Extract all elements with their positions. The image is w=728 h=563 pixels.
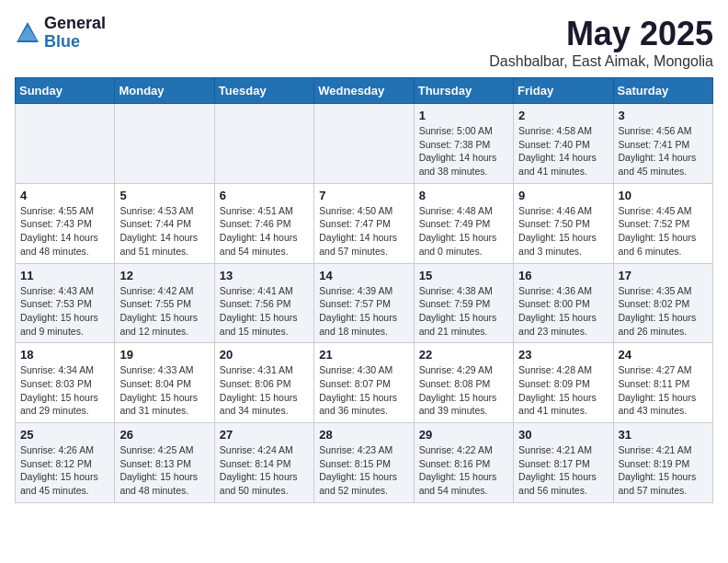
day-number: 12 — [119, 269, 209, 282]
calendar-cell: 27Sunrise: 4:24 AMSunset: 8:14 PMDayligh… — [214, 423, 313, 503]
weekday-header-friday: Friday — [514, 78, 613, 104]
day-number: 3 — [619, 109, 708, 122]
day-number: 29 — [419, 428, 508, 442]
week-row-3: 11Sunrise: 4:43 AMSunset: 7:53 PMDayligh… — [16, 263, 713, 343]
calendar-cell: 15Sunrise: 4:38 AMSunset: 7:59 PMDayligh… — [414, 263, 513, 343]
week-row-2: 4Sunrise: 4:55 AMSunset: 7:43 PMDaylight… — [16, 183, 713, 263]
day-number: 31 — [619, 428, 708, 442]
weekday-header-sunday: Sunday — [16, 78, 115, 104]
day-info: Sunrise: 4:41 AMSunset: 7:56 PMDaylight:… — [220, 284, 309, 339]
day-number: 21 — [319, 348, 408, 362]
day-number: 30 — [518, 428, 608, 442]
day-number: 2 — [518, 109, 608, 122]
calendar-cell: 4Sunrise: 4:55 AMSunset: 7:43 PMDaylight… — [16, 183, 115, 263]
day-number: 26 — [119, 428, 209, 442]
month-title: May 2025 — [489, 15, 713, 53]
weekday-header-saturday: Saturday — [613, 78, 712, 104]
calendar-cell — [214, 104, 313, 184]
calendar-cell: 31Sunrise: 4:21 AMSunset: 8:19 PMDayligh… — [613, 423, 712, 503]
calendar-cell: 17Sunrise: 4:35 AMSunset: 8:02 PMDayligh… — [613, 263, 712, 343]
week-row-1: 1Sunrise: 5:00 AMSunset: 7:38 PMDaylight… — [16, 104, 713, 184]
day-number: 22 — [419, 348, 508, 362]
calendar-cell: 14Sunrise: 4:39 AMSunset: 7:57 PMDayligh… — [314, 263, 414, 343]
day-info: Sunrise: 4:28 AMSunset: 8:09 PMDaylight:… — [518, 363, 608, 418]
calendar-cell: 16Sunrise: 4:36 AMSunset: 8:00 PMDayligh… — [514, 263, 613, 343]
calendar-cell: 6Sunrise: 4:51 AMSunset: 7:46 PMDaylight… — [214, 183, 313, 263]
day-number: 15 — [419, 269, 508, 282]
week-row-4: 18Sunrise: 4:34 AMSunset: 8:03 PMDayligh… — [16, 343, 713, 423]
day-info: Sunrise: 4:33 AMSunset: 8:04 PMDaylight:… — [119, 363, 209, 418]
calendar-cell — [115, 104, 214, 184]
day-number: 14 — [319, 269, 408, 282]
calendar-cell: 26Sunrise: 4:25 AMSunset: 8:13 PMDayligh… — [115, 423, 214, 503]
day-number: 8 — [419, 189, 508, 202]
day-number: 25 — [20, 428, 109, 442]
day-number: 17 — [619, 269, 708, 282]
calendar-cell: 24Sunrise: 4:27 AMSunset: 8:11 PMDayligh… — [613, 343, 712, 423]
day-info: Sunrise: 4:31 AMSunset: 8:06 PMDaylight:… — [220, 363, 309, 418]
calendar-cell — [314, 104, 414, 184]
day-info: Sunrise: 4:46 AMSunset: 7:50 PMDaylight:… — [518, 204, 608, 259]
day-number: 24 — [619, 348, 708, 362]
calendar-cell: 18Sunrise: 4:34 AMSunset: 8:03 PMDayligh… — [16, 343, 115, 423]
day-number: 16 — [518, 269, 608, 282]
calendar-cell: 12Sunrise: 4:42 AMSunset: 7:55 PMDayligh… — [115, 263, 214, 343]
calendar-cell: 19Sunrise: 4:33 AMSunset: 8:04 PMDayligh… — [115, 343, 214, 423]
logo-general-text: General — [44, 15, 106, 33]
day-info: Sunrise: 4:51 AMSunset: 7:46 PMDaylight:… — [220, 204, 309, 259]
day-number: 4 — [20, 189, 109, 202]
title-block: May 2025 Dashbalbar, East Aimak, Mongoli… — [489, 15, 713, 70]
day-number: 23 — [518, 348, 608, 362]
day-info: Sunrise: 4:21 AMSunset: 8:17 PMDaylight:… — [518, 443, 608, 498]
location: Dashbalbar, East Aimak, Mongolia — [489, 53, 713, 70]
calendar-cell: 8Sunrise: 4:48 AMSunset: 7:49 PMDaylight… — [414, 183, 513, 263]
day-info: Sunrise: 4:24 AMSunset: 8:14 PMDaylight:… — [220, 443, 309, 498]
logo-text: General Blue — [44, 15, 106, 52]
day-info: Sunrise: 4:45 AMSunset: 7:52 PMDaylight:… — [619, 204, 708, 259]
day-info: Sunrise: 4:22 AMSunset: 8:16 PMDaylight:… — [419, 443, 508, 498]
day-number: 18 — [20, 348, 109, 362]
logo: General Blue — [15, 15, 106, 52]
day-number: 13 — [220, 269, 309, 282]
day-info: Sunrise: 4:58 AMSunset: 7:40 PMDaylight:… — [518, 124, 608, 178]
day-info: Sunrise: 5:00 AMSunset: 7:38 PMDaylight:… — [419, 124, 508, 178]
calendar-cell: 22Sunrise: 4:29 AMSunset: 8:08 PMDayligh… — [414, 343, 513, 423]
logo-blue-text: Blue — [44, 33, 106, 52]
calendar-cell: 9Sunrise: 4:46 AMSunset: 7:50 PMDaylight… — [514, 183, 613, 263]
day-info: Sunrise: 4:29 AMSunset: 8:08 PMDaylight:… — [419, 363, 508, 418]
day-number: 10 — [619, 189, 708, 202]
day-number: 7 — [319, 189, 408, 202]
calendar-cell: 21Sunrise: 4:30 AMSunset: 8:07 PMDayligh… — [314, 343, 414, 423]
calendar-cell: 11Sunrise: 4:43 AMSunset: 7:53 PMDayligh… — [16, 263, 115, 343]
calendar-cell: 10Sunrise: 4:45 AMSunset: 7:52 PMDayligh… — [613, 183, 712, 263]
day-number: 28 — [319, 428, 408, 442]
day-number: 5 — [119, 189, 209, 202]
calendar-cell: 2Sunrise: 4:58 AMSunset: 7:40 PMDaylight… — [514, 104, 613, 184]
day-info: Sunrise: 4:26 AMSunset: 8:12 PMDaylight:… — [20, 443, 109, 498]
day-info: Sunrise: 4:38 AMSunset: 7:59 PMDaylight:… — [419, 284, 508, 339]
day-info: Sunrise: 4:21 AMSunset: 8:19 PMDaylight:… — [619, 443, 708, 498]
day-info: Sunrise: 4:27 AMSunset: 8:11 PMDaylight:… — [619, 363, 708, 418]
weekday-header-tuesday: Tuesday — [214, 78, 313, 104]
day-info: Sunrise: 4:42 AMSunset: 7:55 PMDaylight:… — [119, 284, 209, 339]
day-info: Sunrise: 4:56 AMSunset: 7:41 PMDaylight:… — [619, 124, 708, 178]
calendar-cell: 28Sunrise: 4:23 AMSunset: 8:15 PMDayligh… — [314, 423, 414, 503]
weekday-header-wednesday: Wednesday — [314, 78, 414, 104]
day-info: Sunrise: 4:34 AMSunset: 8:03 PMDaylight:… — [20, 363, 109, 418]
day-info: Sunrise: 4:50 AMSunset: 7:47 PMDaylight:… — [319, 204, 408, 259]
weekday-header-thursday: Thursday — [414, 78, 513, 104]
calendar-cell: 30Sunrise: 4:21 AMSunset: 8:17 PMDayligh… — [514, 423, 613, 503]
day-info: Sunrise: 4:55 AMSunset: 7:43 PMDaylight:… — [20, 204, 109, 259]
day-info: Sunrise: 4:39 AMSunset: 7:57 PMDaylight:… — [319, 284, 408, 339]
day-info: Sunrise: 4:43 AMSunset: 7:53 PMDaylight:… — [20, 284, 109, 339]
day-number: 20 — [220, 348, 309, 362]
calendar-table: SundayMondayTuesdayWednesdayThursdayFrid… — [15, 77, 713, 503]
calendar-cell: 13Sunrise: 4:41 AMSunset: 7:56 PMDayligh… — [214, 263, 313, 343]
svg-marker-1 — [18, 26, 37, 40]
calendar-cell: 25Sunrise: 4:26 AMSunset: 8:12 PMDayligh… — [16, 423, 115, 503]
calendar-cell: 1Sunrise: 5:00 AMSunset: 7:38 PMDaylight… — [414, 104, 513, 184]
calendar-cell: 20Sunrise: 4:31 AMSunset: 8:06 PMDayligh… — [214, 343, 313, 423]
weekday-header-monday: Monday — [115, 78, 214, 104]
day-number: 6 — [220, 189, 309, 202]
day-number: 19 — [119, 348, 209, 362]
